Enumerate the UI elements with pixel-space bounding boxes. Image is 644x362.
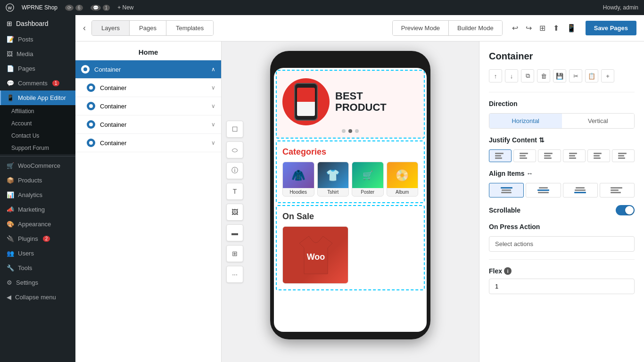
justify-btn-5[interactable]: [612, 149, 635, 162]
comments-item[interactable]: 💬 1: [91, 5, 110, 11]
direction-horizontal-button[interactable]: Horizontal: [489, 114, 562, 128]
sidebar-item-products[interactable]: 📦 Products: [0, 173, 75, 188]
select-actions-button[interactable]: Select actions: [489, 236, 635, 252]
new-item[interactable]: + New: [117, 4, 133, 11]
dashboard-icon: ⊞: [7, 20, 12, 27]
justify-btn-0[interactable]: [489, 149, 512, 162]
comments-topbar-count: 1: [103, 5, 110, 11]
justify-btn-4[interactable]: [587, 149, 610, 162]
align-btn-2[interactable]: [563, 183, 598, 197]
panel-divider-2: [489, 259, 635, 260]
side-tool-image[interactable]: 🖼: [226, 204, 243, 221]
layer-item-2[interactable]: Container ∨: [75, 97, 221, 115]
justify-btn-1[interactable]: [513, 149, 536, 162]
dot-3: [355, 129, 359, 133]
align-btn-0[interactable]: [489, 183, 524, 197]
move-down-button[interactable]: ↓: [505, 69, 518, 82]
side-tool-select[interactable]: ☐: [226, 121, 243, 138]
undo-button[interactable]: ↩: [510, 22, 520, 34]
submenu-item-account[interactable]: Account: [0, 117, 75, 130]
panel-divider: [489, 92, 635, 92]
right-panel: Container ↑ ↓ ⧉ 🗑 💾 ✂ 📋 + Direction: [479, 41, 644, 362]
tab-templates[interactable]: Templates: [166, 21, 213, 35]
revisions-item[interactable]: ⟳ 6: [65, 5, 83, 11]
justify-btn-2[interactable]: [538, 149, 561, 162]
side-tool-layout[interactable]: ▬: [226, 224, 243, 241]
scrollable-toggle[interactable]: [616, 205, 635, 215]
layers-home-label: Home: [75, 41, 221, 60]
copy-button[interactable]: 📋: [585, 69, 598, 82]
sidebar-item-comments[interactable]: 💬 Comments 1: [0, 76, 75, 90]
sidebar-item-mobile-app-editor[interactable]: 📱 Mobile App Editor: [0, 90, 75, 105]
builder-mode-button[interactable]: Builder Mode: [449, 21, 502, 35]
align-btn-3[interactable]: [600, 183, 635, 197]
sidebar-item-collapse[interactable]: ◀ Collapse menu: [0, 290, 75, 304]
back-button[interactable]: ‹: [83, 23, 86, 33]
cat-item-tshirt[interactable]: 👕 Tshirt: [317, 162, 349, 197]
sidebar-item-marketing[interactable]: 📣 Marketing: [0, 202, 75, 217]
layer-icon-3: [87, 120, 95, 129]
side-tool-text[interactable]: T: [226, 183, 243, 200]
mobile-preview-button[interactable]: 📱: [565, 22, 578, 34]
export-button[interactable]: ⬆: [551, 22, 561, 34]
sidebar-item-plugins[interactable]: 🔌 Plugins 2: [0, 231, 75, 246]
cat-item-hoodies[interactable]: 🧥 Hoodies: [282, 162, 314, 197]
sidebar-divider: [0, 156, 75, 156]
submenu-item-support-forum[interactable]: Support Forum: [0, 142, 75, 154]
sidebar-item-users[interactable]: 👥 Users: [0, 246, 75, 261]
categories-container[interactable]: Categories 🧥 Hoodies 👕 Tshirt: [276, 140, 425, 203]
cat-img-poster: 🛒: [352, 162, 383, 188]
side-tool-grid[interactable]: ⊞: [226, 245, 243, 262]
align-btn-1[interactable]: [526, 183, 561, 197]
move-up-button[interactable]: ↑: [489, 69, 502, 82]
side-tool-info[interactable]: ⓘ: [226, 162, 243, 179]
sidebar-item-analytics[interactable]: 📊 Analytics: [0, 188, 75, 202]
sidebar-item-media[interactable]: 🖼 Media: [0, 47, 75, 61]
sidebar-item-woocommerce[interactable]: 🛒 WooCommerce: [0, 158, 75, 173]
sidebar-item-appearance[interactable]: 🎨 Appearance: [0, 217, 75, 231]
side-tool-more[interactable]: ···: [226, 266, 243, 283]
hero-text: BESTPRODUCT: [335, 90, 387, 113]
redo-button[interactable]: ↪: [524, 22, 534, 34]
hero-image: [282, 78, 330, 125]
duplicate-button[interactable]: ⧉: [521, 69, 534, 82]
flex-input[interactable]: [489, 279, 635, 294]
hero-container[interactable]: BESTPRODUCT: [276, 70, 425, 139]
site-name[interactable]: WPRNE Shop: [22, 4, 58, 11]
side-tool-shape[interactable]: ⬭: [226, 141, 243, 158]
submenu-item-affiliation[interactable]: Affiliation: [0, 105, 75, 117]
justify-btn-3[interactable]: [563, 149, 586, 162]
save-pages-button[interactable]: Save Pages: [586, 21, 636, 35]
justify-icon-3: [569, 153, 579, 159]
delete-button[interactable]: 🗑: [537, 69, 550, 82]
sidebar-item-tools[interactable]: 🔧 Tools: [0, 261, 75, 275]
sidebar-item-posts[interactable]: 📝 Posts: [0, 32, 75, 47]
layer-item-4[interactable]: Container ∨: [75, 134, 221, 152]
svg-text:Woo: Woo: [307, 252, 325, 262]
product-card[interactable]: Woo: [282, 226, 348, 284]
add-button[interactable]: +: [601, 69, 614, 82]
sidebar-item-settings[interactable]: ⚙ Settings: [0, 275, 75, 290]
tab-pages[interactable]: Pages: [130, 21, 166, 35]
flex-info-icon[interactable]: i: [504, 267, 512, 275]
layer-item-0[interactable]: Container ∧: [75, 60, 221, 79]
cat-item-album[interactable]: 📀 Album: [387, 162, 419, 197]
submenu-item-contact-us[interactable]: Contact Us: [0, 130, 75, 142]
layer-item-1[interactable]: Container ∨: [75, 79, 221, 97]
layer-chevron-1: ∨: [211, 84, 215, 91]
mode-group: Preview Mode Builder Mode: [392, 20, 503, 36]
sidebar-item-dashboard[interactable]: ⊞ Dashboard: [0, 15, 75, 32]
save-template-button[interactable]: 💾: [553, 69, 566, 82]
cat-item-poster[interactable]: 🛒 Poster: [352, 162, 384, 197]
sidebar-item-pages[interactable]: 📄 Pages: [0, 61, 75, 76]
direction-vertical-button[interactable]: Vertical: [562, 114, 635, 128]
hero-dots: [282, 129, 418, 133]
preview-mode-button[interactable]: Preview Mode: [393, 21, 449, 35]
mobile-app-submenu: Affiliation Account Contact Us Support F…: [0, 105, 75, 154]
tab-layers[interactable]: Layers: [92, 21, 130, 35]
onsale-container[interactable]: On Sale Woo: [276, 205, 425, 290]
cut-button[interactable]: ✂: [569, 69, 582, 82]
grid-button[interactable]: ⊞: [537, 22, 547, 34]
layer-item-3[interactable]: Container ∨: [75, 115, 221, 134]
align-icon-1: [537, 187, 550, 193]
